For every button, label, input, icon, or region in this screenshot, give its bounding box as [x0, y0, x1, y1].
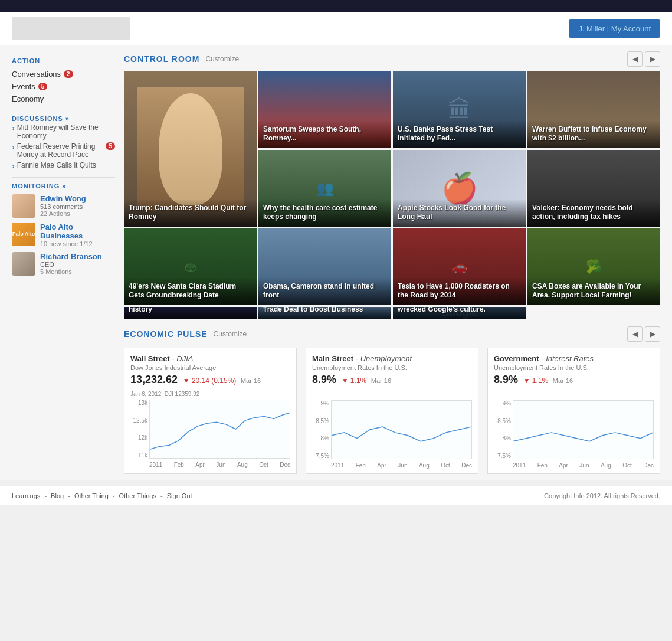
news-item-49ers[interactable]: 🏟 49'ers New Santa Clara Stadium Gets Gr…: [124, 228, 257, 305]
monitor-role-3: CEO: [40, 261, 102, 268]
santorum-overlay: Santorum Sweeps the South, Romney...: [258, 120, 391, 148]
nav-next-button[interactable]: ▶: [645, 51, 660, 67]
economic-pulse-header: ECONOMIC PULSE Customize ◀ ▶: [124, 326, 660, 342]
economic-pulse-title: ECONOMIC PULSE: [124, 329, 208, 339]
account-link: My Account: [611, 24, 651, 33]
news-item-springsteen[interactable]: Professor Springsteen's rock 'n' roll hi…: [124, 307, 257, 319]
econ-gov-change: ▼ 1.1%: [523, 377, 549, 385]
account-name: J. Miller: [578, 24, 605, 33]
monitor-item-1[interactable]: Edwin Wong 513 comments 22 Actions: [12, 194, 115, 218]
footer-link-otherthing[interactable]: Other Thing: [74, 492, 109, 499]
footer-link-blog[interactable]: Blog: [51, 492, 64, 499]
news-item-tesla[interactable]: 🚗 Tesla to Have 1,000 Roadsters on the R…: [393, 228, 526, 305]
health-overlay: Why the health care cost estimate keeps …: [258, 199, 391, 227]
footer-link-otherthings[interactable]: Other Things: [119, 492, 156, 499]
discussion-item-2[interactable]: Federal Reserve Printing Money at Record…: [12, 141, 115, 160]
discussions-section-title[interactable]: DISCUSSIONS »: [12, 115, 115, 122]
econ-gov-chart: 9%8.5%8%7.5% 2011FebAprJunAugOctDec: [494, 391, 654, 467]
sidebar-item-economy[interactable]: Economy: [12, 93, 115, 105]
econ-ws-suffix: - DJIA: [172, 354, 193, 363]
tesla-title: Tesla to Have 1,000 Roadsters on the Roa…: [398, 282, 521, 300]
action-section-title: ACTION: [12, 57, 115, 64]
news-item-trade[interactable]: Trade Deal to Boost Business: [258, 307, 391, 319]
account-separator: |: [607, 24, 611, 33]
trade-title: Trade Deal to Boost Business: [263, 307, 386, 315]
news-item-csa[interactable]: 🥦 CSA Boxes are Available in Your Area. …: [527, 228, 660, 305]
sidebar-divider-2: [12, 177, 115, 178]
econ-ms-chart: 9%8.5%8%7.5% 2011FebAprJunAugOctDec: [312, 391, 472, 467]
econ-ws-subtitle: Dow Jones Industrial Average: [130, 364, 290, 371]
monitor-name-3: Richard Branson: [40, 252, 102, 261]
nav-prev-button[interactable]: ◀: [627, 51, 643, 67]
news-item-obama[interactable]: Obama, Cameron stand in united front: [258, 228, 391, 305]
monitor-info-1: Edwin Wong 513 comments 22 Actions: [40, 194, 86, 217]
discussion-item-1[interactable]: Mitt Romney will Save the Economy: [12, 122, 115, 141]
trump-title: Trump: Candidates Should Quit for Romney: [129, 204, 252, 222]
sidebar-item-conversations[interactable]: Conversations 2: [12, 68, 115, 80]
logo: [12, 17, 130, 40]
account-button[interactable]: J. Miller | My Account: [569, 19, 660, 38]
econ-wallstreet-title: Wall Street - DJIA: [130, 354, 290, 363]
monitor-name-2: Palo Alto Businesses: [40, 223, 115, 240]
santorum-title: Santorum Sweeps the South, Romney...: [263, 125, 386, 143]
news-item-health[interactable]: 👥 Why the health care cost estimate keep…: [258, 150, 391, 227]
csa-overlay: CSA Boxes are Available in Your Area. Su…: [527, 277, 660, 305]
econ-gov-value: 8.9%: [494, 374, 518, 385]
econ-gov-date: Mar 16: [553, 377, 573, 384]
conversations-badge: 2: [64, 70, 73, 78]
events-label: Events: [12, 82, 35, 91]
monitor-avatar-3: [12, 252, 35, 276]
news-item-volcker[interactable]: Volcker: Economy needs bold action, incl…: [527, 150, 660, 227]
trade-overlay: Trade Deal to Boost Business: [258, 307, 391, 319]
sidebar-item-events[interactable]: Events 5: [12, 80, 115, 93]
econ-card-government: Government - Interest Rates Unemployment…: [487, 348, 660, 474]
tesla-overlay: Tesla to Have 1,000 Roadsters on the Roa…: [393, 277, 526, 305]
banks-overlay: U.S. Banks Pass Stress Test Initiated by…: [393, 120, 526, 148]
economy-label: Economy: [12, 94, 44, 103]
econ-ws-ylabels: 13k12.5k12k11k: [130, 400, 149, 459]
economic-pulse-section: ECONOMIC PULSE Customize ◀ ▶ Wall Street…: [124, 326, 660, 474]
economic-pulse-nav: ◀ ▶: [627, 326, 660, 342]
apple-overlay: Apple Stocks Look Good for the Long Haul: [393, 199, 526, 227]
discussion-3-text: Fannie Mae Calls it Quits: [17, 161, 96, 169]
econ-ms-date: Mar 16: [371, 377, 391, 384]
econ-ms-xlabels: 2011FebAprJunAugOctDec: [331, 462, 472, 469]
econ-gov-suffix: - Interest Rates: [541, 354, 594, 363]
econ-gov-row: 8.9% ▼ 1.1% Mar 16: [494, 374, 654, 386]
news-item-google[interactable]: Google Former G+ engineering director sa…: [393, 307, 526, 319]
monitor-sub-1: 513 comments: [40, 203, 86, 210]
control-room-customize[interactable]: Customize: [205, 55, 239, 63]
discussion-item-3[interactable]: Fannie Mae Calls it Quits: [12, 160, 115, 172]
monitoring-section-title[interactable]: MONITORING »: [12, 182, 115, 189]
news-item-banks[interactable]: 🏛 U.S. Banks Pass Stress Test Initiated …: [393, 71, 526, 148]
news-item-trump[interactable]: Trump: Candidates Should Quit for Romney: [124, 71, 257, 227]
obama-overlay: Obama, Cameron stand in united front: [258, 277, 391, 305]
footer-sep-1: -: [42, 492, 48, 499]
news-item-apple[interactable]: 🍎 Apple Stocks Look Good for the Long Ha…: [393, 150, 526, 227]
econ-gov-ylabels: 9%8.5%8%7.5%: [494, 400, 513, 459]
econ-ws-row: 13,232.62 ▼ 20.14 (0.15%) Mar 16: [130, 374, 290, 386]
news-item-santorum[interactable]: Santorum Sweeps the South, Romney...: [258, 71, 391, 148]
econ-ws-xlabels: 2011FebAprJunAugOctDec: [149, 462, 290, 468]
economic-pulse-customize[interactable]: Customize: [214, 330, 247, 338]
footer-sep-3: -: [111, 492, 117, 499]
csa-title: CSA Boxes are Available in Your Area. Su…: [532, 282, 655, 300]
monitor-avatar-2: Palo Alto: [12, 223, 35, 246]
footer-links: Learnings - Blog - Other Thing - Other T…: [12, 492, 192, 499]
econ-nav-next-button[interactable]: ▶: [645, 326, 660, 342]
content-area: CONTROL ROOM Customize ◀ ▶ Trump: Candid…: [124, 51, 660, 474]
monitor-sub2-1: 22 Actions: [40, 210, 86, 217]
econ-nav-prev-button[interactable]: ◀: [627, 326, 643, 342]
footer-link-learnings[interactable]: Learnings: [12, 492, 40, 499]
footer-link-signout[interactable]: Sign Out: [167, 492, 192, 499]
econ-ws-date: Mar 16: [241, 377, 261, 384]
econ-ms-chart-area: 2011FebAprJunAugOctDec: [331, 400, 472, 469]
monitor-item-2[interactable]: Palo Alto Palo Alto Businesses 10 new si…: [12, 223, 115, 247]
discussion-1-text: Mitt Romney will Save the Economy: [17, 123, 115, 140]
conversations-label: Conversations: [12, 70, 61, 79]
econ-card-wallstreet: Wall Street - DJIA Dow Jones Industrial …: [124, 348, 297, 474]
control-room-header: CONTROL ROOM Customize ◀ ▶: [124, 51, 660, 67]
monitor-item-3[interactable]: Richard Branson CEO 5 Mentions: [12, 252, 115, 276]
sidebar: ACTION Conversations 2 Events 5 Economy …: [12, 51, 115, 474]
news-item-buffett[interactable]: Warren Buffett to Infuse Economy with $2…: [527, 71, 660, 148]
